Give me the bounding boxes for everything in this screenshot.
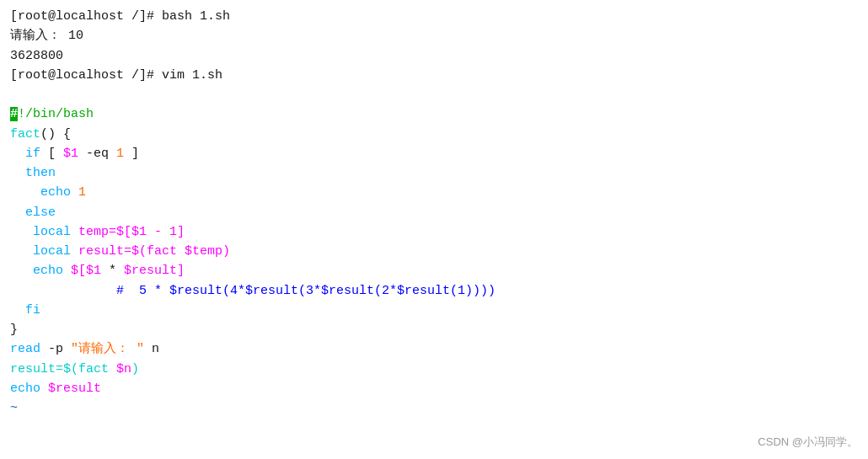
line-then: then: [10, 163, 858, 183]
line-if: if [ $1 -eq 1 ]: [10, 144, 858, 163]
line-output: 3628800: [10, 46, 858, 66]
line-close-brace: }: [10, 320, 858, 339]
terminal-window: [root@localhost /]# bash 1.sh 请输入： 10 36…: [0, 0, 868, 459]
line-shebang: #!/bin/bash: [10, 104, 858, 124]
line-read: read -p "请输入： " n: [10, 339, 858, 359]
prompt1: [root@localhost /]#: [10, 9, 162, 24]
line-fact-def: fact() {: [10, 125, 858, 144]
line-input: 请输入： 10: [10, 26, 858, 45]
line-echo3: echo $result: [10, 379, 858, 398]
line-local-temp: local temp=$[$1 - 1]: [10, 222, 858, 242]
line-blank: [10, 85, 858, 104]
line-cmd2: [root@localhost /]# vim 1.sh: [10, 66, 858, 85]
line-cmd1: [root@localhost /]# bash 1.sh: [10, 7, 858, 26]
line-echo2: echo $[$1 * $result]: [10, 261, 858, 280]
line-else: else: [10, 203, 858, 222]
line-tilde: ~: [10, 398, 858, 418]
line-local-result: local result=$(fact $temp): [10, 242, 858, 261]
line-result-assign: result=$(fact $n): [10, 360, 858, 379]
line-fi: fi: [10, 301, 858, 320]
watermark: CSDN @小冯同学。: [758, 434, 858, 451]
line-comment: # 5 * $result(4*$result(3*$result(2*$res…: [10, 281, 858, 301]
line-echo1: echo 1: [10, 183, 858, 202]
